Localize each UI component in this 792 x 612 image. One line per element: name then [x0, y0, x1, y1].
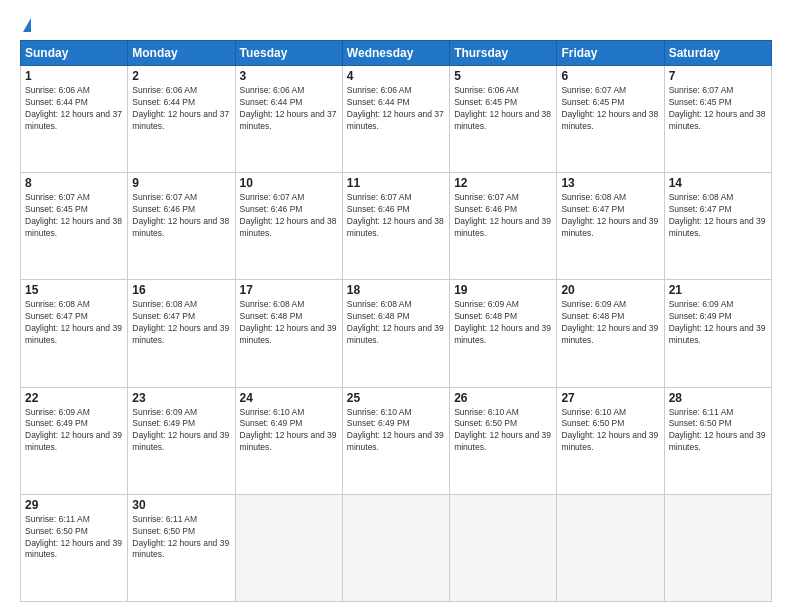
day-detail: Sunrise: 6:06 AM Sunset: 6:44 PM Dayligh… — [25, 85, 123, 133]
day-detail: Sunrise: 6:11 AM Sunset: 6:50 PM Dayligh… — [669, 407, 767, 455]
day-number: 21 — [669, 283, 767, 297]
logo — [20, 18, 31, 30]
calendar-day-cell: 6 Sunrise: 6:07 AM Sunset: 6:45 PM Dayli… — [557, 66, 664, 173]
logo-triangle-icon — [23, 18, 31, 32]
day-detail: Sunrise: 6:11 AM Sunset: 6:50 PM Dayligh… — [25, 514, 123, 562]
calendar-day-cell: 16 Sunrise: 6:08 AM Sunset: 6:47 PM Dayl… — [128, 280, 235, 387]
calendar-day-cell: 15 Sunrise: 6:08 AM Sunset: 6:47 PM Dayl… — [21, 280, 128, 387]
day-number: 26 — [454, 391, 552, 405]
day-detail: Sunrise: 6:09 AM Sunset: 6:48 PM Dayligh… — [561, 299, 659, 347]
calendar-day-cell: 20 Sunrise: 6:09 AM Sunset: 6:48 PM Dayl… — [557, 280, 664, 387]
calendar-day-cell: 12 Sunrise: 6:07 AM Sunset: 6:46 PM Dayl… — [450, 173, 557, 280]
calendar-day-cell: 9 Sunrise: 6:07 AM Sunset: 6:46 PM Dayli… — [128, 173, 235, 280]
calendar-week-row: 1 Sunrise: 6:06 AM Sunset: 6:44 PM Dayli… — [21, 66, 772, 173]
day-number: 27 — [561, 391, 659, 405]
day-detail: Sunrise: 6:07 AM Sunset: 6:46 PM Dayligh… — [240, 192, 338, 240]
page-header — [20, 18, 772, 30]
day-number: 1 — [25, 69, 123, 83]
calendar-day-cell — [557, 494, 664, 601]
day-detail: Sunrise: 6:07 AM Sunset: 6:45 PM Dayligh… — [561, 85, 659, 133]
calendar-day-cell: 24 Sunrise: 6:10 AM Sunset: 6:49 PM Dayl… — [235, 387, 342, 494]
day-detail: Sunrise: 6:09 AM Sunset: 6:49 PM Dayligh… — [669, 299, 767, 347]
day-number: 4 — [347, 69, 445, 83]
day-detail: Sunrise: 6:09 AM Sunset: 6:49 PM Dayligh… — [25, 407, 123, 455]
day-number: 20 — [561, 283, 659, 297]
day-detail: Sunrise: 6:09 AM Sunset: 6:49 PM Dayligh… — [132, 407, 230, 455]
day-detail: Sunrise: 6:09 AM Sunset: 6:48 PM Dayligh… — [454, 299, 552, 347]
weekday-header: Thursday — [450, 41, 557, 66]
calendar-day-cell: 25 Sunrise: 6:10 AM Sunset: 6:49 PM Dayl… — [342, 387, 449, 494]
weekday-header: Friday — [557, 41, 664, 66]
day-number: 14 — [669, 176, 767, 190]
calendar-week-row: 22 Sunrise: 6:09 AM Sunset: 6:49 PM Dayl… — [21, 387, 772, 494]
day-detail: Sunrise: 6:08 AM Sunset: 6:48 PM Dayligh… — [240, 299, 338, 347]
day-number: 9 — [132, 176, 230, 190]
day-number: 16 — [132, 283, 230, 297]
weekday-header: Monday — [128, 41, 235, 66]
day-detail: Sunrise: 6:10 AM Sunset: 6:50 PM Dayligh… — [454, 407, 552, 455]
day-detail: Sunrise: 6:07 AM Sunset: 6:46 PM Dayligh… — [347, 192, 445, 240]
calendar-day-cell: 11 Sunrise: 6:07 AM Sunset: 6:46 PM Dayl… — [342, 173, 449, 280]
day-number: 19 — [454, 283, 552, 297]
calendar-day-cell: 7 Sunrise: 6:07 AM Sunset: 6:45 PM Dayli… — [664, 66, 771, 173]
day-number: 30 — [132, 498, 230, 512]
day-number: 3 — [240, 69, 338, 83]
calendar-day-cell: 23 Sunrise: 6:09 AM Sunset: 6:49 PM Dayl… — [128, 387, 235, 494]
day-number: 5 — [454, 69, 552, 83]
day-number: 12 — [454, 176, 552, 190]
day-number: 24 — [240, 391, 338, 405]
day-number: 13 — [561, 176, 659, 190]
calendar-day-cell: 18 Sunrise: 6:08 AM Sunset: 6:48 PM Dayl… — [342, 280, 449, 387]
calendar-day-cell: 19 Sunrise: 6:09 AM Sunset: 6:48 PM Dayl… — [450, 280, 557, 387]
calendar-day-cell — [235, 494, 342, 601]
weekday-header: Sunday — [21, 41, 128, 66]
day-detail: Sunrise: 6:08 AM Sunset: 6:47 PM Dayligh… — [25, 299, 123, 347]
day-detail: Sunrise: 6:06 AM Sunset: 6:44 PM Dayligh… — [347, 85, 445, 133]
calendar-day-cell — [450, 494, 557, 601]
day-number: 25 — [347, 391, 445, 405]
calendar-day-cell: 3 Sunrise: 6:06 AM Sunset: 6:44 PM Dayli… — [235, 66, 342, 173]
calendar-table: SundayMondayTuesdayWednesdayThursdayFrid… — [20, 40, 772, 602]
weekday-header-row: SundayMondayTuesdayWednesdayThursdayFrid… — [21, 41, 772, 66]
day-number: 10 — [240, 176, 338, 190]
calendar-day-cell: 22 Sunrise: 6:09 AM Sunset: 6:49 PM Dayl… — [21, 387, 128, 494]
day-detail: Sunrise: 6:08 AM Sunset: 6:48 PM Dayligh… — [347, 299, 445, 347]
day-detail: Sunrise: 6:08 AM Sunset: 6:47 PM Dayligh… — [561, 192, 659, 240]
calendar-day-cell: 14 Sunrise: 6:08 AM Sunset: 6:47 PM Dayl… — [664, 173, 771, 280]
day-detail: Sunrise: 6:06 AM Sunset: 6:45 PM Dayligh… — [454, 85, 552, 133]
day-number: 11 — [347, 176, 445, 190]
day-number: 23 — [132, 391, 230, 405]
day-number: 15 — [25, 283, 123, 297]
calendar-day-cell — [342, 494, 449, 601]
day-number: 8 — [25, 176, 123, 190]
day-number: 17 — [240, 283, 338, 297]
day-detail: Sunrise: 6:08 AM Sunset: 6:47 PM Dayligh… — [132, 299, 230, 347]
calendar-day-cell: 21 Sunrise: 6:09 AM Sunset: 6:49 PM Dayl… — [664, 280, 771, 387]
calendar-day-cell: 10 Sunrise: 6:07 AM Sunset: 6:46 PM Dayl… — [235, 173, 342, 280]
day-number: 29 — [25, 498, 123, 512]
calendar-day-cell: 27 Sunrise: 6:10 AM Sunset: 6:50 PM Dayl… — [557, 387, 664, 494]
day-number: 22 — [25, 391, 123, 405]
day-detail: Sunrise: 6:11 AM Sunset: 6:50 PM Dayligh… — [132, 514, 230, 562]
calendar-week-row: 8 Sunrise: 6:07 AM Sunset: 6:45 PM Dayli… — [21, 173, 772, 280]
day-detail: Sunrise: 6:06 AM Sunset: 6:44 PM Dayligh… — [240, 85, 338, 133]
day-number: 28 — [669, 391, 767, 405]
day-detail: Sunrise: 6:07 AM Sunset: 6:45 PM Dayligh… — [669, 85, 767, 133]
calendar-day-cell: 8 Sunrise: 6:07 AM Sunset: 6:45 PM Dayli… — [21, 173, 128, 280]
calendar-day-cell: 1 Sunrise: 6:06 AM Sunset: 6:44 PM Dayli… — [21, 66, 128, 173]
calendar-day-cell: 2 Sunrise: 6:06 AM Sunset: 6:44 PM Dayli… — [128, 66, 235, 173]
day-detail: Sunrise: 6:10 AM Sunset: 6:50 PM Dayligh… — [561, 407, 659, 455]
calendar-page: SundayMondayTuesdayWednesdayThursdayFrid… — [0, 0, 792, 612]
day-detail: Sunrise: 6:10 AM Sunset: 6:49 PM Dayligh… — [240, 407, 338, 455]
calendar-day-cell: 5 Sunrise: 6:06 AM Sunset: 6:45 PM Dayli… — [450, 66, 557, 173]
calendar-day-cell: 13 Sunrise: 6:08 AM Sunset: 6:47 PM Dayl… — [557, 173, 664, 280]
calendar-day-cell — [664, 494, 771, 601]
day-detail: Sunrise: 6:07 AM Sunset: 6:45 PM Dayligh… — [25, 192, 123, 240]
day-number: 18 — [347, 283, 445, 297]
day-detail: Sunrise: 6:06 AM Sunset: 6:44 PM Dayligh… — [132, 85, 230, 133]
calendar-day-cell: 26 Sunrise: 6:10 AM Sunset: 6:50 PM Dayl… — [450, 387, 557, 494]
day-detail: Sunrise: 6:10 AM Sunset: 6:49 PM Dayligh… — [347, 407, 445, 455]
day-number: 6 — [561, 69, 659, 83]
weekday-header: Tuesday — [235, 41, 342, 66]
calendar-day-cell: 28 Sunrise: 6:11 AM Sunset: 6:50 PM Dayl… — [664, 387, 771, 494]
